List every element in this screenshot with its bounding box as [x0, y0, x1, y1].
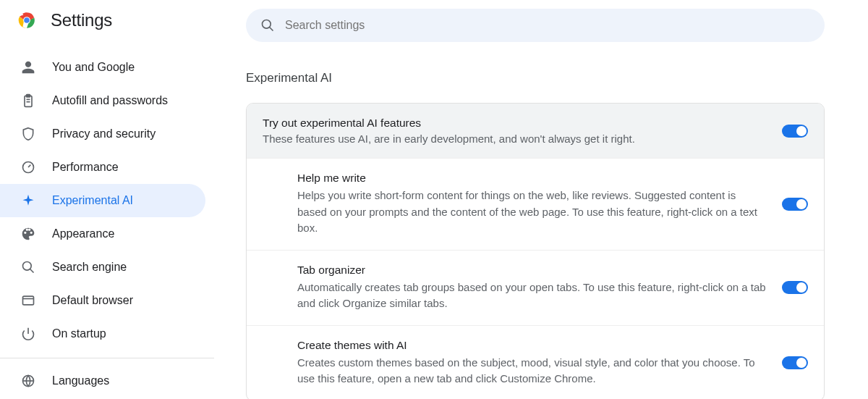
sidebar-item-on-startup[interactable]: On startup: [0, 317, 205, 350]
sidebar-item-label: Appearance: [52, 227, 114, 240]
person-icon: [20, 59, 36, 75]
sidebar-item-you-and-google[interactable]: You and Google: [0, 51, 205, 84]
card-header: Try out experimental AI features These f…: [247, 104, 824, 158]
sidebar-item-label: Performance: [52, 161, 119, 174]
svg-rect-12: [23, 296, 34, 305]
row-create-themes: Create themes with AI Creates custom the…: [247, 325, 824, 400]
page-title: Experimental AI: [246, 71, 825, 85]
toggle-create-themes[interactable]: [782, 356, 808, 369]
svg-line-18: [270, 28, 273, 31]
sparkle-icon: [20, 193, 36, 209]
row-title: Create themes with AI: [297, 339, 767, 352]
sidebar-item-experimental-ai[interactable]: Experimental AI: [0, 184, 205, 217]
sidebar: Settings You and Google Autofill and pas…: [0, 0, 214, 399]
search-icon: [260, 18, 275, 33]
row-title: Help me write: [297, 172, 767, 185]
sidebar-item-autofill[interactable]: Autofill and passwords: [0, 84, 205, 117]
svg-point-17: [263, 20, 271, 29]
row-tab-organizer: Tab organizer Automatically creates tab …: [247, 250, 824, 325]
row-title: Tab organizer: [297, 264, 767, 277]
sidebar-item-privacy[interactable]: Privacy and security: [0, 117, 205, 151]
svg-point-10: [23, 262, 32, 271]
search-bar[interactable]: [246, 9, 825, 42]
sidebar-item-languages[interactable]: Languages: [0, 364, 205, 398]
browser-icon: [20, 293, 36, 308]
sidebar-item-appearance[interactable]: Appearance: [0, 217, 205, 251]
nav: You and Google Autofill and passwords Pr…: [0, 43, 214, 398]
header-title: Try out experimental AI features: [263, 117, 767, 130]
main: Experimental AI Try out experimental AI …: [214, 0, 868, 399]
row-desc: Creates custom themes based on the subje…: [297, 355, 767, 387]
clipboard-icon: [20, 93, 36, 109]
sidebar-item-label: Privacy and security: [52, 127, 156, 140]
svg-rect-5: [27, 95, 30, 97]
row-help-me-write: Help me write Helps you write short-form…: [247, 158, 824, 250]
globe-icon: [20, 373, 36, 389]
brand-title: Settings: [51, 10, 112, 30]
toggle-tab-organizer[interactable]: [782, 281, 808, 294]
svg-line-9: [28, 165, 30, 167]
brand: Settings: [0, 10, 214, 43]
svg-line-11: [30, 269, 34, 273]
sidebar-item-label: Experimental AI: [52, 194, 133, 207]
row-desc: Helps you write short-form content for t…: [297, 188, 767, 237]
toggle-experimental-ai[interactable]: [782, 125, 808, 138]
sidebar-item-label: Languages: [52, 374, 109, 387]
row-desc: Automatically creates tab groups based o…: [297, 280, 767, 312]
palette-icon: [20, 226, 36, 242]
svg-point-3: [24, 17, 30, 23]
toggle-help-me-write[interactable]: [782, 198, 808, 211]
shield-icon: [20, 126, 36, 142]
gauge-icon: [20, 159, 36, 175]
search-input[interactable]: [285, 19, 810, 32]
sidebar-item-label: Default browser: [52, 294, 133, 307]
power-icon: [20, 326, 36, 342]
header-desc: These features use AI, are in early deve…: [263, 133, 767, 145]
sidebar-item-label: Autofill and passwords: [52, 94, 168, 107]
sidebar-item-label: Search engine: [52, 261, 127, 274]
sidebar-divider: [0, 358, 214, 358]
sidebar-item-performance[interactable]: Performance: [0, 151, 205, 184]
search-icon: [20, 259, 36, 275]
chrome-icon: [17, 11, 36, 30]
sidebar-item-label: On startup: [52, 327, 106, 340]
sidebar-item-label: You and Google: [52, 61, 135, 74]
sidebar-item-search-engine[interactable]: Search engine: [0, 251, 205, 284]
settings-card: Try out experimental AI features These f…: [246, 103, 825, 399]
sidebar-item-default-browser[interactable]: Default browser: [0, 284, 205, 317]
